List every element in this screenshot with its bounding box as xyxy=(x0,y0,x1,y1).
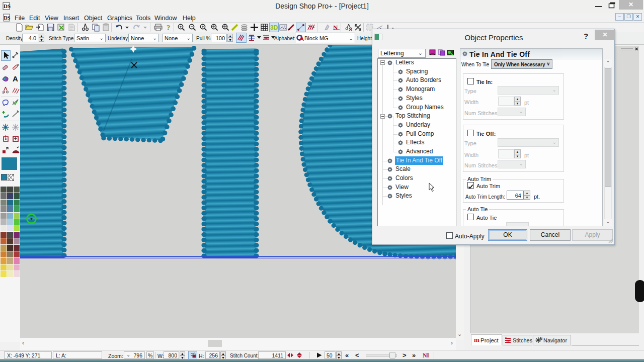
svg-text:N: N xyxy=(423,352,427,358)
svg-text:DS: DS xyxy=(4,15,11,21)
svg-text:DS: DS xyxy=(4,3,11,9)
svg-text:N: N xyxy=(540,337,542,340)
svg-text:3D: 3D xyxy=(270,24,278,31)
svg-text:N: N xyxy=(333,24,338,31)
svg-text:?: ? xyxy=(167,24,171,32)
